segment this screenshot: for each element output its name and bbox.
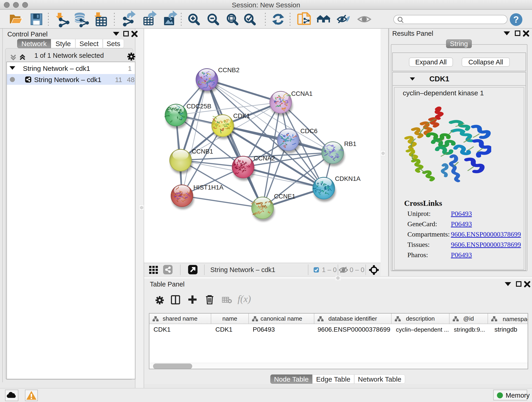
svg-text:CCNA2: CCNA2 bbox=[254, 155, 275, 162]
svg-text:CCNE1: CCNE1 bbox=[274, 193, 295, 200]
svg-text:RB1: RB1 bbox=[344, 140, 356, 147]
svg-text:CDC25B: CDC25B bbox=[186, 103, 211, 110]
svg-text:CDKN1A: CDKN1A bbox=[335, 175, 361, 182]
svg-text:CCNB1: CCNB1 bbox=[192, 148, 213, 155]
svg-text:CDC6: CDC6 bbox=[300, 128, 317, 134]
svg-text:CCNB2: CCNB2 bbox=[218, 66, 239, 74]
svg-text:CCNA1: CCNA1 bbox=[291, 90, 312, 97]
svg-text:HIST1H1A: HIST1H1A bbox=[193, 184, 224, 191]
svg-text:CDK1: CDK1 bbox=[233, 112, 250, 119]
